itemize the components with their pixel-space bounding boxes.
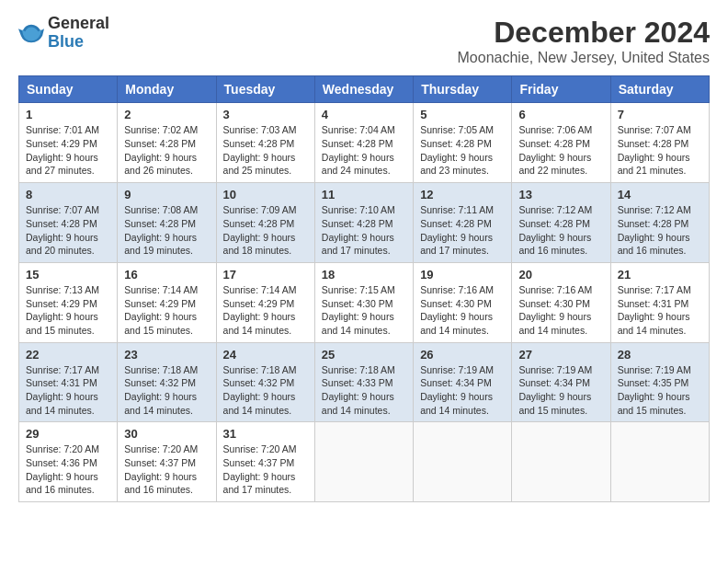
- day-info: Sunrise: 7:19 AMSunset: 4:34 PMDaylight:…: [420, 363, 505, 418]
- calendar-cell: 22Sunrise: 7:17 AMSunset: 4:31 PMDayligh…: [19, 342, 118, 422]
- day-number: 6: [518, 108, 603, 121]
- day-number: 10: [223, 188, 308, 201]
- calendar-cell: [414, 422, 512, 502]
- calendar-week-row: 1Sunrise: 7:01 AMSunset: 4:29 PMDaylight…: [19, 103, 710, 183]
- day-number: 25: [322, 348, 406, 362]
- day-info: Sunrise: 7:16 AMSunset: 4:30 PMDaylight:…: [420, 283, 505, 338]
- day-info: Sunrise: 7:10 AMSunset: 4:28 PMDaylight:…: [322, 203, 406, 258]
- header: General Blue December 2024 Moonachie, Ne…: [18, 15, 710, 66]
- weekday-header-row: SundayMondayTuesdayWednesdayThursdayFrid…: [19, 76, 710, 103]
- day-number: 20: [518, 268, 603, 282]
- calendar-cell: 30Sunrise: 7:20 AMSunset: 4:37 PMDayligh…: [118, 422, 216, 502]
- calendar-cell: 17Sunrise: 7:14 AMSunset: 4:29 PMDayligh…: [216, 262, 314, 342]
- day-number: 31: [223, 427, 308, 441]
- day-info: Sunrise: 7:12 AMSunset: 4:28 PMDaylight:…: [618, 203, 702, 258]
- calendar-cell: 19Sunrise: 7:16 AMSunset: 4:30 PMDayligh…: [414, 262, 512, 342]
- day-info: Sunrise: 7:01 AMSunset: 4:29 PMDaylight:…: [26, 123, 110, 178]
- calendar-cell: 23Sunrise: 7:18 AMSunset: 4:32 PMDayligh…: [118, 342, 216, 422]
- logo-text: General Blue: [48, 15, 109, 52]
- logo-icon: [18, 20, 44, 46]
- day-number: 2: [124, 108, 209, 121]
- calendar-cell: 26Sunrise: 7:19 AMSunset: 4:34 PMDayligh…: [414, 342, 512, 422]
- day-info: Sunrise: 7:20 AMSunset: 4:37 PMDaylight:…: [124, 442, 209, 497]
- day-number: 12: [420, 188, 505, 201]
- day-info: Sunrise: 7:20 AMSunset: 4:36 PMDaylight:…: [26, 442, 110, 497]
- day-number: 29: [26, 427, 110, 441]
- calendar-cell: 14Sunrise: 7:12 AMSunset: 4:28 PMDayligh…: [610, 183, 709, 263]
- day-info: Sunrise: 7:05 AMSunset: 4:28 PMDaylight:…: [420, 123, 505, 178]
- day-info: Sunrise: 7:18 AMSunset: 4:33 PMDaylight:…: [322, 363, 406, 418]
- day-info: Sunrise: 7:02 AMSunset: 4:28 PMDaylight:…: [124, 123, 209, 178]
- calendar-cell: 5Sunrise: 7:05 AMSunset: 4:28 PMDaylight…: [414, 103, 512, 183]
- day-number: 28: [618, 348, 702, 362]
- day-info: Sunrise: 7:20 AMSunset: 4:37 PMDaylight:…: [223, 442, 308, 497]
- day-info: Sunrise: 7:14 AMSunset: 4:29 PMDaylight:…: [223, 283, 308, 338]
- day-number: 26: [420, 348, 505, 362]
- day-info: Sunrise: 7:07 AMSunset: 4:28 PMDaylight:…: [26, 203, 110, 258]
- weekday-header-friday: Friday: [512, 76, 610, 103]
- weekday-header-thursday: Thursday: [414, 76, 512, 103]
- day-info: Sunrise: 7:08 AMSunset: 4:28 PMDaylight:…: [124, 203, 209, 258]
- day-number: 27: [518, 348, 603, 362]
- calendar-cell: [314, 422, 413, 502]
- calendar-cell: 7Sunrise: 7:07 AMSunset: 4:28 PMDaylight…: [610, 103, 709, 183]
- day-info: Sunrise: 7:03 AMSunset: 4:28 PMDaylight:…: [223, 123, 308, 178]
- calendar-cell: 20Sunrise: 7:16 AMSunset: 4:30 PMDayligh…: [512, 262, 610, 342]
- day-number: 19: [420, 268, 505, 282]
- calendar-cell: 21Sunrise: 7:17 AMSunset: 4:31 PMDayligh…: [610, 262, 709, 342]
- day-info: Sunrise: 7:17 AMSunset: 4:31 PMDaylight:…: [618, 283, 702, 338]
- page-title: December 2024: [458, 15, 711, 50]
- day-number: 9: [124, 188, 209, 201]
- day-number: 16: [124, 268, 209, 282]
- day-info: Sunrise: 7:13 AMSunset: 4:29 PMDaylight:…: [26, 283, 110, 338]
- day-number: 17: [223, 268, 308, 282]
- calendar-cell: 31Sunrise: 7:20 AMSunset: 4:37 PMDayligh…: [216, 422, 314, 502]
- weekday-header-monday: Monday: [118, 76, 216, 103]
- day-info: Sunrise: 7:19 AMSunset: 4:35 PMDaylight:…: [618, 363, 702, 418]
- weekday-header-saturday: Saturday: [610, 76, 709, 103]
- calendar-cell: 16Sunrise: 7:14 AMSunset: 4:29 PMDayligh…: [118, 262, 216, 342]
- calendar-week-row: 8Sunrise: 7:07 AMSunset: 4:28 PMDaylight…: [19, 183, 710, 263]
- weekday-header-wednesday: Wednesday: [314, 76, 413, 103]
- calendar-cell: 12Sunrise: 7:11 AMSunset: 4:28 PMDayligh…: [414, 183, 512, 263]
- calendar-week-row: 29Sunrise: 7:20 AMSunset: 4:36 PMDayligh…: [19, 422, 710, 502]
- calendar-cell: 15Sunrise: 7:13 AMSunset: 4:29 PMDayligh…: [19, 262, 118, 342]
- calendar-cell: 24Sunrise: 7:18 AMSunset: 4:32 PMDayligh…: [216, 342, 314, 422]
- day-number: 18: [322, 268, 406, 282]
- calendar-cell: 27Sunrise: 7:19 AMSunset: 4:34 PMDayligh…: [512, 342, 610, 422]
- calendar-cell: 18Sunrise: 7:15 AMSunset: 4:30 PMDayligh…: [314, 262, 413, 342]
- day-number: 23: [124, 348, 209, 362]
- calendar-cell: 29Sunrise: 7:20 AMSunset: 4:36 PMDayligh…: [19, 422, 118, 502]
- page-subtitle: Moonachie, New Jersey, United States: [458, 50, 711, 66]
- day-number: 5: [420, 108, 505, 121]
- day-number: 21: [618, 268, 702, 282]
- calendar-cell: 1Sunrise: 7:01 AMSunset: 4:29 PMDaylight…: [19, 103, 118, 183]
- day-number: 15: [26, 268, 110, 282]
- day-number: 3: [223, 108, 308, 121]
- weekday-header-sunday: Sunday: [19, 76, 118, 103]
- day-number: 22: [26, 348, 110, 362]
- day-number: 13: [518, 188, 603, 201]
- title-area: December 2024 Moonachie, New Jersey, Uni…: [458, 15, 711, 66]
- day-info: Sunrise: 7:18 AMSunset: 4:32 PMDaylight:…: [124, 363, 209, 418]
- day-number: 4: [322, 108, 406, 121]
- day-info: Sunrise: 7:14 AMSunset: 4:29 PMDaylight:…: [124, 283, 209, 338]
- day-info: Sunrise: 7:15 AMSunset: 4:30 PMDaylight:…: [322, 283, 406, 338]
- day-number: 24: [223, 348, 308, 362]
- day-info: Sunrise: 7:16 AMSunset: 4:30 PMDaylight:…: [518, 283, 603, 338]
- weekday-header-tuesday: Tuesday: [216, 76, 314, 103]
- calendar-cell: 2Sunrise: 7:02 AMSunset: 4:28 PMDaylight…: [118, 103, 216, 183]
- day-info: Sunrise: 7:09 AMSunset: 4:28 PMDaylight:…: [223, 203, 308, 258]
- day-number: 30: [124, 427, 209, 441]
- calendar-cell: 25Sunrise: 7:18 AMSunset: 4:33 PMDayligh…: [314, 342, 413, 422]
- day-info: Sunrise: 7:11 AMSunset: 4:28 PMDaylight:…: [420, 203, 505, 258]
- day-info: Sunrise: 7:18 AMSunset: 4:32 PMDaylight:…: [223, 363, 308, 418]
- calendar-cell: 28Sunrise: 7:19 AMSunset: 4:35 PMDayligh…: [610, 342, 709, 422]
- day-info: Sunrise: 7:17 AMSunset: 4:31 PMDaylight:…: [26, 363, 110, 418]
- calendar-cell: 11Sunrise: 7:10 AMSunset: 4:28 PMDayligh…: [314, 183, 413, 263]
- day-number: 11: [322, 188, 406, 201]
- day-info: Sunrise: 7:12 AMSunset: 4:28 PMDaylight:…: [518, 203, 603, 258]
- day-number: 1: [26, 108, 110, 121]
- calendar-week-row: 15Sunrise: 7:13 AMSunset: 4:29 PMDayligh…: [19, 262, 710, 342]
- calendar-cell: 6Sunrise: 7:06 AMSunset: 4:28 PMDaylight…: [512, 103, 610, 183]
